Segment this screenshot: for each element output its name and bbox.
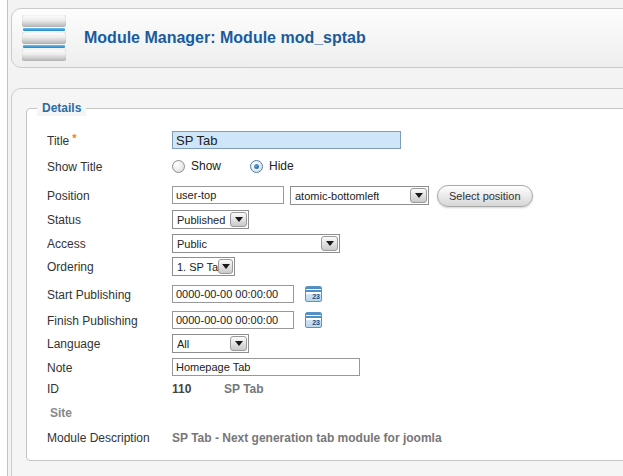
chevron-down-icon[interactable]	[230, 212, 247, 227]
ordering-label: Ordering	[47, 257, 172, 277]
title-label: Title*	[47, 131, 172, 151]
ordering-select-value: 1. SP Tab	[177, 261, 218, 273]
calendar-day: 23	[312, 293, 320, 301]
modules-icon	[22, 15, 66, 61]
status-select[interactable]: Published	[172, 210, 249, 229]
language-select[interactable]: All	[172, 334, 249, 353]
module-description-value: SP Tab - Next generation tab module for …	[172, 428, 442, 448]
chevron-down-icon[interactable]	[230, 336, 247, 351]
client-label: Site	[50, 403, 72, 423]
id-label: ID	[47, 379, 172, 399]
show-title-option-show[interactable]: Show	[191, 157, 221, 176]
status-row: Status Published	[47, 210, 623, 230]
calendar-icon[interactable]: 23	[305, 286, 322, 302]
module-icon-bar	[22, 49, 66, 61]
module-description-label: Module Description	[47, 428, 172, 448]
access-label: Access	[47, 234, 172, 254]
client-row: Site	[47, 403, 623, 423]
calendar-day: 23	[312, 319, 320, 327]
access-row: Access Public	[47, 234, 623, 254]
access-select-value: Public	[177, 238, 207, 250]
start-publishing-row: Start Publishing 23	[47, 285, 623, 305]
status-select-value: Published	[177, 214, 225, 226]
id-value: 110	[172, 379, 224, 399]
screen: Module Manager: Module mod_sptab Details…	[0, 0, 623, 476]
module-icon-bar	[22, 32, 66, 44]
page-title: Module Manager: Module mod_sptab	[84, 29, 366, 47]
chevron-down-icon[interactable]	[218, 259, 233, 274]
show-title-row: Show Title Show Hide	[47, 157, 623, 177]
position-input[interactable]	[172, 186, 284, 204]
id-module-title: SP Tab	[224, 379, 264, 399]
position-select[interactable]: atomic-bottomleft	[290, 186, 429, 205]
note-input[interactable]	[172, 358, 360, 376]
ordering-select[interactable]: 1. SP Tab	[172, 257, 235, 276]
note-row: Note	[47, 358, 623, 378]
language-label: Language	[47, 334, 172, 354]
calendar-icon[interactable]: 23	[305, 312, 322, 328]
module-description-row: Module Description SP Tab - Next generat…	[47, 428, 623, 448]
show-title-radio-hide[interactable]	[250, 160, 263, 173]
position-select-value: atomic-bottomleft	[295, 190, 379, 202]
start-publishing-label: Start Publishing	[47, 285, 172, 305]
show-title-option-hide[interactable]: Hide	[269, 157, 294, 176]
show-title-label: Show Title	[47, 157, 172, 177]
show-title-radio-show[interactable]	[172, 160, 185, 173]
chevron-down-icon[interactable]	[321, 236, 338, 251]
details-fieldset: Details Title* Show Title Show Hide Posi…	[26, 108, 623, 461]
module-icon-stripe	[23, 28, 65, 31]
select-position-button[interactable]: Select position	[437, 185, 533, 207]
id-row: ID 110 SP Tab	[47, 379, 623, 399]
page-header: Module Manager: Module mod_sptab	[11, 8, 623, 68]
module-icon-stripe	[23, 45, 65, 48]
title-input[interactable]	[172, 131, 401, 149]
finish-publishing-label: Finish Publishing	[47, 311, 172, 331]
finish-publishing-row: Finish Publishing 23	[47, 311, 623, 331]
required-asterisk: *	[72, 132, 76, 144]
language-select-value: All	[177, 338, 189, 350]
language-row: Language All	[47, 334, 623, 354]
position-row: Position atomic-bottomleft Select positi…	[47, 186, 623, 207]
title-row: Title*	[47, 131, 623, 151]
access-select[interactable]: Public	[172, 234, 340, 253]
module-icon-bar	[22, 15, 66, 27]
start-publishing-input[interactable]	[172, 285, 294, 303]
note-label: Note	[47, 358, 172, 378]
content-panel: Details Title* Show Title Show Hide Posi…	[11, 88, 623, 476]
details-legend: Details	[37, 101, 86, 116]
position-label: Position	[47, 186, 172, 206]
status-label: Status	[47, 210, 172, 230]
chevron-down-icon[interactable]	[410, 188, 427, 203]
ordering-row: Ordering 1. SP Tab	[47, 257, 623, 277]
finish-publishing-input[interactable]	[172, 311, 294, 329]
